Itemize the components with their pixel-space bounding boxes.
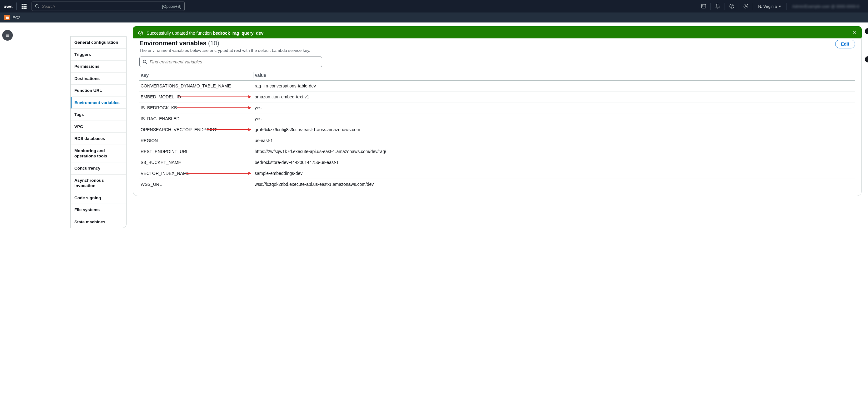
table-row: VECTOR_INDEX_NAMEsample-embeddings-dev (140, 168, 855, 179)
svg-rect-2 (25, 4, 27, 5)
env-value: amazon.titan-embed-text-v1 (253, 92, 855, 102)
svg-rect-0 (22, 4, 23, 5)
annotation-arrow (178, 97, 251, 97)
svg-rect-5 (25, 6, 27, 7)
svg-rect-6 (22, 7, 23, 9)
table-row: IS_BEDROCK_KByes (140, 102, 855, 113)
svg-rect-8 (25, 7, 27, 9)
env-value: us-east-1 (253, 135, 855, 146)
env-value: wss://i0zqok2nbd.execute-api.us-east-1.a… (253, 179, 855, 190)
sidebar-item-function-url[interactable]: Function URL (71, 85, 126, 97)
annotation-arrow (186, 173, 251, 174)
env-key: WSS_URL (140, 179, 253, 190)
settings-icon[interactable] (740, 0, 752, 12)
global-search-input[interactable] (42, 4, 159, 9)
env-value: sample-embeddings-dev (253, 168, 855, 179)
table-row: WSS_URLwss://i0zqok2nbd.execute-api.us-e… (140, 179, 855, 190)
sidebar-item-environment-variables[interactable]: Environment variables (71, 97, 126, 109)
global-nav: aws [Option+S] N. Virginia Admin/Example… (0, 0, 868, 12)
success-banner-text: Successfully updated the function bedroc… (147, 31, 849, 36)
env-vars-table: Key Value CONVERSATIONS_DYNAMO_TABLE_NAM… (140, 70, 855, 190)
svg-line-10 (38, 7, 39, 8)
env-key: S3_BUCKET_NAME (140, 157, 253, 168)
sidebar-item-code-signing[interactable]: Code signing (71, 192, 126, 204)
sidebar-item-monitoring-and-operations-tools[interactable]: Monitoring and operations tools (71, 145, 126, 162)
env-key: IS_BEDROCK_KB (140, 102, 253, 113)
table-row: OPENSEARCH_VECTOR_ENDPOINTgrn56ckzx6cnhj… (140, 124, 855, 135)
sidebar-item-tags[interactable]: Tags (71, 109, 126, 121)
svg-rect-3 (22, 6, 23, 7)
env-value: grn56ckzx6cnhjj8s3ci.us-east-1.aoss.amaz… (253, 124, 855, 135)
check-circle-icon (138, 30, 144, 36)
search-shortcut-hint: [Option+S] (160, 4, 182, 9)
annotation-arrow (207, 129, 251, 130)
svg-line-23 (146, 62, 147, 64)
env-value: bedrockstore-dev-444206144756-us-east-1 (253, 157, 855, 168)
sidebar-item-triggers[interactable]: Triggers (71, 49, 126, 61)
table-row: S3_BUCKET_NAMEbedrockstore-dev-444206144… (140, 157, 855, 168)
services-grid-icon[interactable] (19, 1, 29, 11)
panel-subtitle: The environment variables below are encr… (140, 48, 310, 53)
aws-logo[interactable]: aws (4, 2, 17, 10)
table-row: REGIONus-east-1 (140, 135, 855, 146)
table-row: REST_ENDPOINT_URLhttps://2wfsqw1k7d.exec… (140, 146, 855, 157)
env-vars-panel: Environment variables (10) The environme… (133, 38, 862, 196)
col-value[interactable]: Value (253, 70, 855, 80)
banner-close-button[interactable] (852, 30, 857, 36)
ec2-service-icon[interactable]: ▦ (4, 15, 10, 20)
sidebar-item-asynchronous-invocation[interactable]: Asynchronous invocation (71, 174, 126, 192)
global-search[interactable]: [Option+S] (32, 2, 185, 11)
env-value: https://2wfsqw1k7d.execute-api.us-east-1… (253, 146, 855, 157)
sidebar-item-destinations[interactable]: Destinations (71, 73, 126, 85)
svg-point-14 (732, 7, 732, 7)
config-sidebar: General configurationTriggersPermissions… (70, 36, 127, 228)
svg-point-19 (138, 31, 143, 35)
ec2-service-link[interactable]: EC2 (12, 15, 20, 20)
sidebar-item-vpc[interactable]: VPC (71, 121, 126, 133)
sidebar-item-permissions[interactable]: Permissions (71, 61, 126, 73)
panel-title: Environment variables (10) (140, 40, 310, 47)
close-icon (852, 30, 857, 35)
account-menu[interactable]: Admin/Example-user @ 0000-0000-0 (787, 4, 864, 9)
table-row: CONVERSATIONS_DYNAMO_TABLE_NAMErag-llm-c… (140, 80, 855, 92)
hamburger-icon (5, 33, 10, 38)
sidebar-item-general-configuration[interactable]: General configuration (71, 37, 126, 49)
env-key: REGION (140, 135, 253, 146)
env-key: IS_RAG_ENABLED (140, 113, 253, 124)
region-selector[interactable]: N. Virginia (754, 4, 785, 9)
svg-rect-4 (24, 6, 25, 7)
success-banner: Successfully updated the function bedroc… (133, 26, 862, 40)
col-key[interactable]: Key (140, 70, 253, 80)
side-drawer-toggle[interactable] (2, 30, 13, 41)
env-filter-input[interactable] (150, 59, 319, 64)
notifications-icon[interactable] (711, 0, 724, 12)
table-row: EMBED_MODEL_IDamazon.titan-embed-text-v1 (140, 92, 855, 102)
table-row: IS_RAG_ENABLEDyes (140, 113, 855, 124)
cloudshell-icon[interactable] (698, 0, 710, 12)
help-icon[interactable] (725, 0, 738, 12)
env-key: OPENSEARCH_VECTOR_ENDPOINT (140, 124, 253, 135)
env-filter[interactable] (140, 57, 322, 67)
svg-point-22 (143, 60, 146, 63)
svg-rect-11 (702, 4, 706, 8)
svg-point-9 (36, 4, 38, 7)
search-icon (143, 60, 147, 64)
annotation-arrow (177, 107, 251, 108)
sidebar-item-state-machines[interactable]: State machines (71, 216, 126, 228)
sidebar-item-rds-databases[interactable]: RDS databases (71, 133, 126, 145)
svg-point-15 (745, 6, 747, 7)
env-key: CONVERSATIONS_DYNAMO_TABLE_NAME (140, 80, 253, 92)
env-key: EMBED_MODEL_ID (140, 92, 253, 102)
sidebar-item-concurrency[interactable]: Concurrency (71, 162, 126, 174)
sidebar-item-file-systems[interactable]: File systems (71, 204, 126, 216)
env-key: VECTOR_INDEX_NAME (140, 168, 253, 179)
env-value: rag-llm-conversations-table-dev (253, 80, 855, 92)
search-icon (35, 4, 39, 8)
service-bar: ▦ EC2 (0, 12, 868, 23)
svg-rect-7 (24, 7, 25, 9)
env-key: REST_ENDPOINT_URL (140, 146, 253, 157)
edit-button[interactable]: Edit (835, 40, 855, 48)
env-value: yes (253, 102, 855, 113)
env-value: yes (253, 113, 855, 124)
svg-rect-1 (24, 4, 25, 5)
